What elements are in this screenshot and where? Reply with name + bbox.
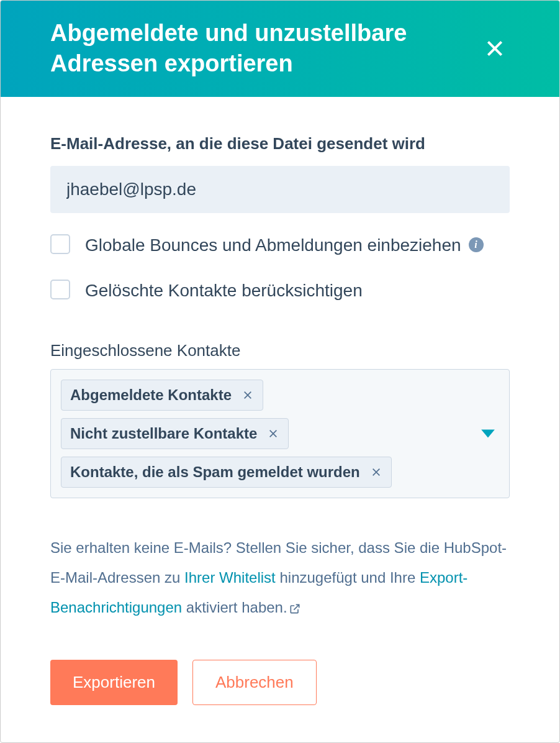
cancel-button[interactable]: Abbrechen [192,660,317,705]
tag-spam: Kontakte, die als Spam gemeldet wurden [61,457,392,488]
help-text: Sie erhalten keine E-Mails? Stellen Sie … [50,533,510,622]
export-modal: Abgemeldete und unzustellbare Adressen e… [0,0,560,743]
modal-footer: Exportieren Abbrechen [50,660,510,705]
included-contacts-select[interactable]: Abgemeldete Kontakte Nicht zustellbare K… [50,369,510,498]
close-icon [485,39,505,58]
close-icon [371,467,381,477]
tag-unsubscribed: Abgemeldete Kontakte [61,380,263,411]
external-link-icon [289,603,301,615]
email-input[interactable] [50,166,510,213]
tag-label: Abgemeldete Kontakte [70,386,232,404]
checkbox-global-bounces[interactable] [50,234,70,254]
checkbox-row-deleted: Gelöschte Kontakte berücksichtigen [50,278,510,303]
close-icon [243,390,253,400]
modal-body: E-Mail-Adresse, an die diese Datei gesen… [1,97,559,742]
info-icon[interactable]: i [469,237,484,252]
export-button[interactable]: Exportieren [50,660,178,705]
tag-undeliverable: Nicht zustellbare Kontakte [61,418,289,449]
tag-label: Kontakte, die als Spam gemeldet wurden [70,463,360,481]
dropdown-toggle[interactable] [479,425,497,442]
modal-title: Abgemeldete und unzustellbare Adressen e… [50,18,448,80]
modal-header: Abgemeldete und unzustellbare Adressen e… [1,1,559,97]
included-contacts-label: Eingeschlossene Kontakte [50,341,510,360]
email-label: E-Mail-Adresse, an die diese Datei gesen… [50,134,510,153]
chevron-down-icon [480,427,496,440]
checkbox-label-global-bounces: Globale Bounces und Abmeldungen einbezie… [85,233,484,257]
tag-remove-button[interactable] [370,466,382,478]
tag-label: Nicht zustellbare Kontakte [70,425,257,442]
checkbox-label-deleted: Gelöschte Kontakte berücksichtigen [85,278,363,303]
whitelist-link[interactable]: Ihrer Whitelist [184,569,276,586]
close-button[interactable] [480,34,510,63]
checkbox-row-global-bounces: Globale Bounces und Abmeldungen einbezie… [50,233,510,257]
tag-remove-button[interactable] [267,427,279,440]
close-icon [268,429,278,439]
svg-marker-8 [481,430,495,438]
tag-remove-button[interactable] [242,389,254,401]
checkbox-deleted-contacts[interactable] [50,280,70,299]
